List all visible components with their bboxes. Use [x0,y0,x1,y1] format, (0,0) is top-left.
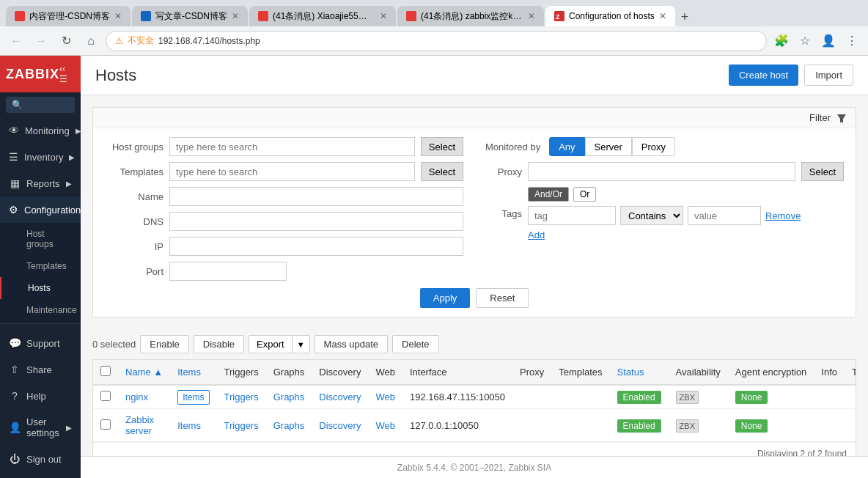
proxy-select-button[interactable]: Select [801,162,844,181]
th-info: Info [814,360,845,385]
tag-remove-button[interactable]: Remove [765,210,801,221]
browser-tab-2[interactable]: 写文章-CSDN博客 ✕ [132,6,248,26]
sidebar-item-templates[interactable]: Templates [0,255,81,277]
sidebar-collapse-button[interactable]: ‹‹ ☰ [59,64,75,84]
apply-button[interactable]: Apply [420,288,471,308]
create-host-button[interactable]: Create host [729,65,798,86]
row-1-zbx-badge: ZBX [676,391,699,404]
monitoring-icon: 👁 [9,125,19,136]
port-input[interactable] [169,262,287,281]
name-label: Name [105,191,163,202]
tag-add-button[interactable]: Add [528,229,545,240]
import-button[interactable]: Import [804,65,853,86]
refresh-button[interactable]: ↻ [56,31,76,51]
home-button[interactable]: ⌂ [81,31,101,51]
sidebar-item-help[interactable]: ? Help [0,383,81,409]
forward-button[interactable]: → [31,31,51,51]
proxy-input[interactable] [528,162,795,181]
th-items: Items [170,360,216,385]
row-1-web: Web [368,385,402,409]
monitored-server-button[interactable]: Server [585,137,632,156]
back-button[interactable]: ← [6,31,26,51]
tab-close-5[interactable]: ✕ [659,11,666,21]
sidebar-item-host-groups[interactable]: Host groups [0,223,81,255]
tab-close-4[interactable]: ✕ [528,11,535,21]
row-1-triggers-link[interactable]: Triggers [224,391,259,402]
sidebar-item-monitoring[interactable]: 👁 Monitoring ▶ [0,117,81,144]
browser-tab-5[interactable]: Z Configuration of hosts ✕ [545,6,675,26]
configuration-icon: ⚙ [9,204,18,216]
sidebar-logo: ZABBIX ‹‹ ☰ [0,56,81,92]
row-1-discovery-link[interactable]: Discovery [319,391,361,402]
row-1-graphs-link[interactable]: Graphs [273,391,305,402]
export-dropdown-button[interactable]: ▼ [293,335,310,353]
row-2-items-link[interactable]: Items [177,420,201,431]
enable-button[interactable]: Enable [140,335,188,353]
tab-close-3[interactable]: ✕ [380,11,387,21]
tag-or-button[interactable]: Or [573,187,596,202]
monitored-any-button[interactable]: Any [549,137,584,156]
menu-button[interactable]: ⋮ [842,31,862,51]
browser-tab-4[interactable]: (41条消息) zabbix监控keepalive... ✕ [397,6,544,26]
url-text: 192.168.47.140/hosts.php [158,36,260,46]
help-label: Help [26,391,72,402]
row-1-name-link[interactable]: nginx [125,391,148,402]
sidebar-item-reports[interactable]: ▦ Reports ▶ [0,170,81,196]
sidebar-search-area [0,92,81,117]
row-2-checkbox[interactable] [100,419,111,430]
mass-update-button[interactable]: Mass update [315,335,388,353]
th-name[interactable]: Name ▲ [118,360,170,385]
tag-name-input[interactable] [528,206,616,225]
tag-condition-select[interactable]: Contains Equals [620,206,683,225]
tab-label-3: (41条消息) Xiaoajie55的博客_CS... [273,10,375,23]
sidebar-search-input[interactable] [6,97,75,113]
tab-close-1[interactable]: ✕ [114,11,122,21]
row-2-graphs: Graphs [266,409,312,442]
row-2-name-link[interactable]: Zabbix server [125,414,154,436]
export-button[interactable]: Export [249,335,293,353]
address-bar[interactable]: ⚠ 不安全 192.168.47.140/hosts.php [106,31,767,51]
account-button[interactable]: 👤 [818,31,839,51]
sidebar-item-support[interactable]: 💬 Support [0,330,81,356]
table-wrapper: Name ▲ Items Triggers Graphs Discovery W… [93,360,856,442]
filter-actions: Apply Reset [105,288,844,308]
dns-input[interactable] [169,212,463,231]
sidebar-item-maintenance[interactable]: Maintenance [0,299,81,321]
ip-input[interactable] [169,237,463,256]
th-templates: Templates [551,360,609,385]
name-input[interactable] [169,187,463,206]
reset-button[interactable]: Reset [476,288,529,308]
row-2-web-link[interactable]: Web [375,420,395,431]
row-2-discovery-link[interactable]: Discovery [319,420,361,431]
tab-close-2[interactable]: ✕ [232,11,239,21]
host-groups-input[interactable] [169,137,415,156]
templates-select-button[interactable]: Select [421,162,463,181]
templates-input[interactable] [169,162,415,181]
new-tab-button[interactable]: + [677,10,694,25]
browser-tab-1[interactable]: 内容管理-CSDN博客 ✕ [6,6,130,26]
select-all-checkbox[interactable] [100,366,111,376]
th-availability: Availability [669,360,728,385]
extensions-button[interactable]: 🧩 [771,31,792,51]
sidebar-item-inventory[interactable]: ☰ Inventory ▶ [0,144,81,170]
row-2-graphs-link[interactable]: Graphs [273,420,305,431]
disable-button[interactable]: Disable [194,335,244,353]
sidebar-item-configuration[interactable]: ⚙ Configuration ▼ [0,196,81,223]
configuration-label: Configuration [24,205,81,216]
sidebar-item-hosts[interactable]: Hosts [0,277,81,299]
row-2-triggers-link[interactable]: Triggers [224,420,259,431]
delete-button[interactable]: Delete [392,335,439,353]
tag-andor-button[interactable]: And/Or [528,187,569,202]
browser-tab-3[interactable]: (41条消息) Xiaoajie55的博客_CS... ✕ [249,6,396,26]
row-1-items-link[interactable]: Items [177,390,209,405]
tab-favicon-1 [15,11,25,21]
monitored-proxy-button[interactable]: Proxy [632,137,675,156]
sidebar-item-user-settings[interactable]: 👤 User settings ▶ [0,409,81,446]
row-1-checkbox[interactable] [100,391,111,401]
bookmarks-button[interactable]: ☆ [795,31,815,51]
host-groups-select-button[interactable]: Select [421,137,463,156]
row-1-web-link[interactable]: Web [375,391,395,402]
sidebar-item-share[interactable]: ⇧ Share [0,356,81,383]
tag-value-input[interactable] [688,206,761,225]
sidebar-item-sign-out[interactable]: ⏻ Sign out [0,446,81,472]
